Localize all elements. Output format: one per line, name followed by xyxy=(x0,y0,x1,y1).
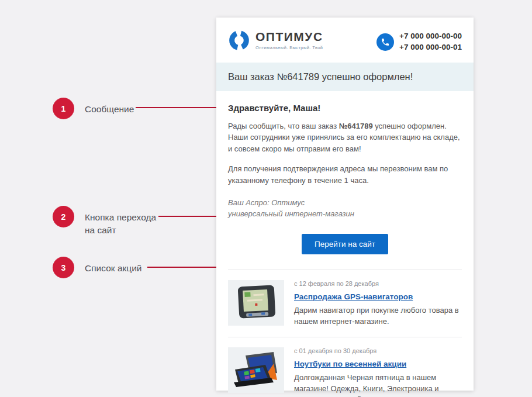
annotation-3-label: Список акций xyxy=(85,262,141,275)
greeting: Здравствуйте, Маша! xyxy=(228,103,462,113)
message-paragraph-2: Для получения подтверждения адреса мы пе… xyxy=(228,163,462,186)
promo-dates: с 12 февраля по 28 декабря xyxy=(294,280,462,287)
message-paragraph-1: Рады сообщить, что ваш заказ №641789 усп… xyxy=(228,120,462,155)
phone-number-2: +7 000 000-00-01 xyxy=(399,42,462,53)
logo: ОПТИМУС Оптимальный. Быстрый. Твой xyxy=(228,29,323,51)
annotation-2-number: 2 xyxy=(61,212,66,222)
annotation-2-label: Кнопка перехода на сайт xyxy=(85,211,156,237)
annotation-3-badge: 3 xyxy=(53,257,74,278)
annotation-1-label: Сообщение xyxy=(85,103,134,116)
annotation-1-badge: 1 xyxy=(53,98,74,119)
annotation-1-pointer-line xyxy=(136,107,217,108)
annotation-1-number: 1 xyxy=(61,104,66,113)
annotation-3-pointer-line xyxy=(147,267,220,268)
phone-numbers: +7 000 000-00-00 +7 000 000-00-01 xyxy=(399,31,462,53)
go-to-site-button[interactable]: Перейти на сайт xyxy=(302,234,388,254)
annotation-2-badge: 2 xyxy=(53,206,74,227)
promo-title-link[interactable]: Распродажа GPS-навигаторов xyxy=(294,292,413,301)
laptop-image[interactable] xyxy=(228,347,284,393)
order-confirmation-banner: Ваш заказ №641789 успешно оформлен! xyxy=(216,63,474,91)
gps-navigator-image[interactable] xyxy=(228,280,284,326)
email-body: Здравствуйте, Маша! Рады сообщить, что в… xyxy=(216,91,474,397)
promo-dates: с 01 декабря по 30 декабря xyxy=(294,347,462,354)
phone-icon xyxy=(376,33,394,51)
email-header: ОПТИМУС Оптимальный. Быстрый. Твой +7 00… xyxy=(216,18,474,63)
signature-line-2: универсальный интернет-магазин xyxy=(228,209,462,220)
order-number: №641789 xyxy=(339,122,373,130)
promo-item-gps: с 12 февраля по 28 декабря Распродажа GP… xyxy=(228,270,462,337)
logo-tagline: Оптимальный. Быстрый. Твой xyxy=(255,45,323,50)
email-template-card: ОПТИМУС Оптимальный. Быстрый. Твой +7 00… xyxy=(216,18,474,391)
signature-line-1: Ваш Аспро: Оптимус xyxy=(228,198,462,209)
promo-content: с 12 февраля по 28 декабря Распродажа GP… xyxy=(294,280,462,327)
button-row: Перейти на сайт xyxy=(228,234,462,254)
annotation-3-number: 3 xyxy=(61,263,66,272)
promo-content: с 01 декабря по 30 декабря Ноутбуки по в… xyxy=(294,347,462,397)
logo-text: ОПТИМУС Оптимальный. Быстрый. Твой xyxy=(255,30,323,50)
phone-block: +7 000 000-00-00 +7 000 000-00-01 xyxy=(376,31,462,53)
optimus-logo-icon xyxy=(228,29,250,51)
promo-description: Дарим навигатор при покупке любого товар… xyxy=(294,305,462,327)
annotated-mockup-canvas: 1 Сообщение 2 Кнопка перехода на сайт 3 … xyxy=(0,0,532,397)
promo-item-laptops: с 01 декабря по 30 декабря Ноутбуки по в… xyxy=(228,337,462,397)
phone-number-1: +7 000 000-00-00 xyxy=(399,31,462,42)
promo-title-link[interactable]: Ноутбуки по весенней акции xyxy=(294,360,406,368)
signature: Ваш Аспро: Оптимус универсальный интерне… xyxy=(228,198,462,220)
promo-description: Долгожданная Черная пятница в нашем мага… xyxy=(294,372,462,397)
logo-name: ОПТИМУС xyxy=(255,30,323,43)
